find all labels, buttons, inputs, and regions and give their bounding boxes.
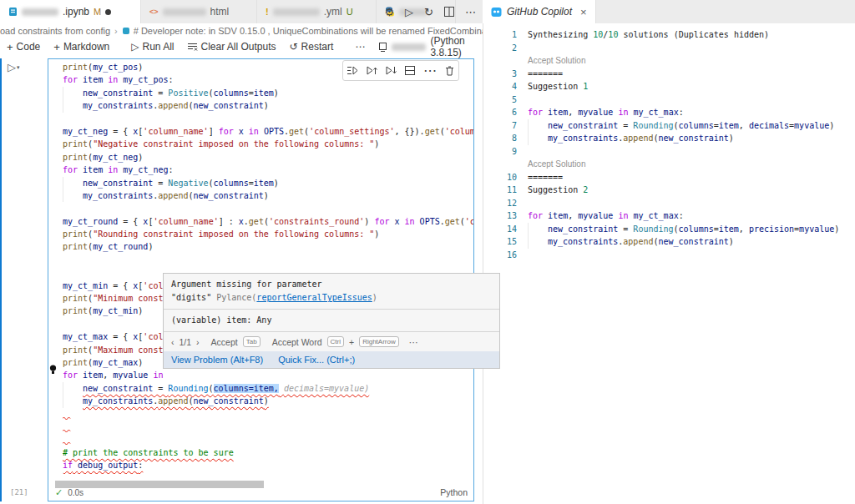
code-line[interactable]: new_constraint = Positive(columns=item) bbox=[63, 87, 473, 99]
run-all-icon: ▷ bbox=[131, 41, 139, 53]
accept-solution-codelens[interactable]: Accept Solution bbox=[483, 158, 855, 171]
prev-suggestion-icon[interactable]: ‹ bbox=[171, 337, 175, 347]
editor-actions: ⚙ ▷ ↻ ⋯ bbox=[384, 0, 476, 23]
tab-yml[interactable]: ! .yml U bbox=[257, 0, 377, 23]
run-icon[interactable]: ▷ bbox=[405, 6, 413, 18]
problem-hover-tooltip: Argument missing for parameter "digits" … bbox=[163, 273, 500, 369]
code-line[interactable]: print(my_ct_neg) bbox=[63, 151, 473, 164]
accept-button[interactable]: Accept bbox=[211, 337, 238, 347]
code-line[interactable]: print("Rounding constraint imposed on th… bbox=[63, 228, 473, 240]
code-line[interactable]: my_ct_round = { x['column_name'] : x.get… bbox=[63, 215, 473, 228]
code-line[interactable]: print(my_ct_round) bbox=[63, 240, 473, 253]
dirty-indicator[interactable] bbox=[105, 9, 111, 15]
report-general-type-issues-link[interactable]: reportGeneralTypeIssues bbox=[256, 293, 372, 302]
copilot-code-line: 5 bbox=[483, 93, 855, 107]
clear-outputs-icon bbox=[188, 43, 198, 51]
tab-suffix: .yml bbox=[324, 6, 342, 18]
notebook-icon bbox=[8, 7, 18, 17]
code-line[interactable]: new_constraint = Negative(columns=item) bbox=[63, 177, 473, 189]
code-line[interactable]: my_constraints.append(new_constraint) bbox=[63, 395, 473, 407]
code-line[interactable]: my_ct_neg = { x['column_name'] for x in … bbox=[63, 125, 473, 138]
tab-suffix: .ipynb bbox=[63, 6, 89, 18]
code-line[interactable]: my_constraints.append(new_constraint) bbox=[63, 189, 473, 202]
plus-icon: + bbox=[53, 41, 60, 53]
code-line[interactable] bbox=[63, 421, 473, 433]
accept-word-button[interactable]: Accept Word bbox=[272, 337, 322, 347]
accept-word-key1: Ctrl bbox=[327, 336, 344, 347]
copilot-code-line: 3======= bbox=[483, 68, 855, 81]
code-line[interactable]: new_constraint = Rounding(columns=item, … bbox=[63, 382, 473, 395]
restart-icon: ↺ bbox=[290, 41, 298, 53]
copilot-code-line: 11Suggestion 2 bbox=[483, 184, 855, 197]
code-line[interactable] bbox=[63, 254, 473, 266]
hover-variable-info: (variable) item: Any bbox=[164, 310, 499, 331]
redacted-kernel-name bbox=[392, 43, 426, 51]
cell-toolbar: ⋯ bbox=[342, 60, 459, 81]
restart-button[interactable]: ↺ Restart bbox=[290, 41, 334, 53]
copilot-suggestions-panel[interactable]: 1Synthesizing 10/10 solutions (Duplicate… bbox=[483, 23, 855, 504]
add-markdown-button[interactable]: + Markdown bbox=[53, 41, 109, 53]
redacted-filename bbox=[163, 8, 206, 16]
run-by-line-icon[interactable] bbox=[347, 66, 358, 75]
git-modified-badge: M bbox=[94, 7, 101, 17]
accept-solution-codelens[interactable]: Accept Solution bbox=[483, 54, 855, 68]
execute-below-icon[interactable] bbox=[386, 66, 397, 75]
cell-more-actions-icon[interactable]: ⋯ bbox=[423, 63, 437, 78]
code-line[interactable]: for item, myvalue in bbox=[63, 369, 473, 381]
code-line[interactable] bbox=[63, 113, 473, 125]
success-check-icon: ✓ bbox=[55, 487, 63, 498]
split-cell-icon[interactable] bbox=[405, 66, 415, 75]
tab-github-copilot[interactable]: GitHub Copilot × bbox=[483, 0, 596, 23]
copilot-code-line: 8my_constraints.append(new_constraint) bbox=[483, 132, 855, 145]
copilot-code-line: 6for item, myvalue in my_ct_max: bbox=[483, 106, 855, 119]
split-editor-icon[interactable] bbox=[444, 7, 454, 17]
breadcrumb-parent[interactable]: oad constraints from config bbox=[0, 26, 110, 36]
copilot-icon bbox=[491, 7, 502, 18]
code-line[interactable]: for item in my_ct_neg: bbox=[63, 164, 473, 176]
run-all-button[interactable]: ▷ Run All bbox=[131, 41, 174, 53]
kernel-version: (Python 3.8.15) bbox=[430, 35, 478, 58]
code-line[interactable] bbox=[63, 433, 473, 446]
code-line[interactable] bbox=[63, 202, 473, 214]
toolbar-more-button[interactable]: ⋯ bbox=[355, 41, 365, 53]
cell-symbol-icon bbox=[122, 27, 130, 35]
execution-count: [21] bbox=[10, 488, 28, 496]
copilot-code-line: 15my_constraints.append(new_constraint) bbox=[483, 235, 855, 249]
hover-message: Argument missing for parameter "digits" … bbox=[164, 274, 499, 309]
html-icon: <> bbox=[149, 8, 159, 16]
breadcrumb-separator: › bbox=[114, 26, 118, 36]
close-icon[interactable]: × bbox=[580, 6, 587, 18]
view-problem-link[interactable]: View Problem (Alt+F8) bbox=[171, 355, 263, 365]
cell-code[interactable]: print(my_ct_pos)for item in my_ct_pos:ne… bbox=[63, 61, 473, 474]
next-suggestion-icon[interactable]: › bbox=[196, 337, 200, 347]
settings-gear-icon[interactable]: ⚙ bbox=[384, 6, 394, 18]
lightbulb-icon[interactable] bbox=[49, 365, 57, 375]
code-line[interactable]: my_constraints bbox=[63, 472, 473, 475]
tab-notebook[interactable]: .ipynb M bbox=[0, 0, 141, 23]
code-line[interactable]: # print the constraints to be sure bbox=[63, 446, 473, 459]
quick-fix-link[interactable]: Quick Fix... (Ctrl+;) bbox=[278, 355, 355, 365]
accept-word-key2: RightArrow bbox=[359, 336, 399, 347]
breadcrumb-cell[interactable]: # Developer note: in SDV 0.15.0 , Unique… bbox=[134, 26, 483, 36]
add-code-button[interactable]: + Code bbox=[7, 41, 40, 53]
horizontal-scrollbar[interactable] bbox=[55, 481, 264, 488]
run-cell-button[interactable]: ▷ ▾ bbox=[8, 61, 20, 73]
cell-language-picker[interactable]: Python bbox=[392, 487, 468, 497]
code-line[interactable] bbox=[63, 408, 473, 421]
code-line[interactable]: my_constraints.append(new_constraint) bbox=[63, 99, 473, 112]
hover-message-line2: "digits" Pylance(reportGeneralTypeIssues… bbox=[171, 291, 492, 305]
code-line[interactable]: print("Negative constraint imposed on th… bbox=[63, 138, 473, 150]
code-line[interactable]: if debug_output: bbox=[63, 459, 473, 471]
suggestion-pager: 1/1 bbox=[180, 337, 192, 347]
copilot-code-line: 16 bbox=[483, 249, 855, 262]
clear-all-outputs-button[interactable]: Clear All Outputs bbox=[188, 41, 276, 53]
cell-focus-bar bbox=[0, 58, 2, 501]
copilot-code-line: 12 bbox=[483, 197, 855, 210]
more-actions-icon[interactable]: ⋯ bbox=[465, 6, 476, 18]
execute-above-icon[interactable] bbox=[367, 66, 377, 75]
tab-html[interactable]: <> html bbox=[141, 0, 257, 23]
kernel-picker[interactable]: (Python 3.8.15) bbox=[378, 35, 490, 58]
hover-more-icon[interactable]: ⋯ bbox=[409, 337, 418, 347]
delete-cell-icon[interactable] bbox=[445, 66, 454, 76]
sync-restart-icon[interactable]: ↻ bbox=[424, 6, 433, 18]
